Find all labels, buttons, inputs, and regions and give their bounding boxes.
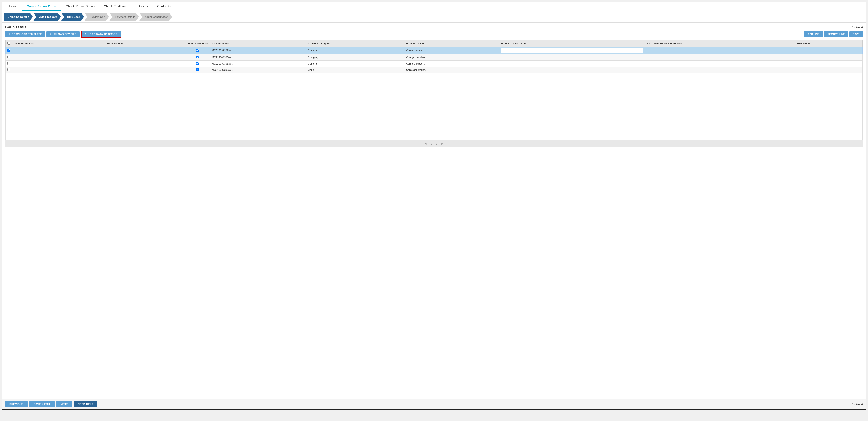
row-checkbox-cell[interactable] — [6, 47, 12, 54]
product-name-cell: MC9190-G30SW... — [210, 54, 306, 61]
remove-line-button[interactable]: REMOVE LINE — [824, 31, 848, 37]
first-page-button[interactable]: ⊲ — [424, 142, 428, 146]
problem-description-cell — [499, 67, 645, 73]
record-count-top: 1 - 4 of 4 — [852, 26, 863, 29]
error-notes-cell — [795, 61, 862, 67]
download-template-button[interactable]: 1. DOWNLOAD TEMPLATE — [5, 31, 45, 37]
row-checkbox-cell[interactable] — [6, 54, 12, 61]
last-page-button[interactable]: ⊳ — [440, 142, 444, 146]
nav-check-entitlement[interactable]: Check Entitlement — [99, 2, 134, 11]
col-serial-number: Serial Number — [105, 40, 185, 47]
no-serial-cell[interactable] — [185, 47, 210, 54]
problem-detail-cell: Camera image f... — [404, 47, 499, 54]
select-all-checkbox[interactable] — [7, 42, 10, 44]
wizard-step-review-cart[interactable]: Review Cart — [85, 13, 109, 21]
no-serial-cell[interactable] — [185, 54, 210, 61]
problem-category-cell: Cable — [306, 67, 404, 73]
pagination-bar: ⊲ ◂ ▸ ⊳ — [5, 140, 863, 147]
serial-number-cell — [105, 61, 185, 67]
col-load-status-flag: Load Status Flag — [12, 40, 105, 47]
table-row: MC9190-G30SW... Charging Charger not cha… — [6, 54, 863, 61]
record-count-bottom: 1 - 4 of 4 — [852, 402, 863, 406]
no-serial-checkbox[interactable] — [196, 62, 199, 65]
error-notes-cell — [795, 67, 862, 73]
problem-description-cell[interactable] — [499, 47, 645, 54]
save-button[interactable]: SAVE — [849, 31, 863, 37]
col-product-name: Product Name — [210, 40, 306, 47]
wizard-step-shipping-details[interactable]: Shipping Details — [4, 13, 33, 21]
row-checkbox-cell[interactable] — [6, 61, 12, 67]
problem-description-cell — [499, 54, 645, 61]
action-row: 1. DOWNLOAD TEMPLATE 2. UPLOAD CSV FILE … — [5, 31, 863, 38]
nav-create-repair-order[interactable]: Create Repair Order — [22, 2, 61, 11]
col-problem-detail: Problem Detail — [404, 40, 499, 47]
nav-contracts[interactable]: Contracts — [153, 2, 175, 11]
bulk-load-table: Load Status Flag Serial Number I don't h… — [5, 40, 863, 140]
nav-check-repair-status[interactable]: Check Repair Status — [61, 2, 99, 11]
serial-number-cell — [105, 54, 185, 61]
col-problem-description: Problem Description — [499, 40, 645, 47]
error-notes-cell — [795, 54, 862, 61]
row-checkbox-cell[interactable] — [6, 67, 12, 73]
page-title: BULK LOAD — [5, 25, 26, 29]
upload-csv-button[interactable]: 2. UPLOAD CSV FILE — [46, 31, 80, 37]
col-problem-category: Problem Category — [306, 40, 404, 47]
col-error-notes: Error Notes — [795, 40, 862, 47]
product-name-cell: MC9190-G30SW... — [210, 67, 306, 73]
select-all-header[interactable] — [6, 40, 12, 47]
problem-description-input[interactable] — [501, 48, 644, 53]
wizard-step-payment-details[interactable]: Payment Details — [110, 13, 139, 21]
next-page-button[interactable]: ▸ — [435, 142, 438, 146]
content-area: BULK LOAD 1 - 4 of 4 1. DOWNLOAD TEMPLAT… — [2, 23, 866, 398]
add-line-button[interactable]: ADD LINE — [804, 31, 823, 37]
problem-category-cell: Camera — [306, 61, 404, 67]
customer-ref-cell — [645, 61, 795, 67]
wizard-step-order-confirmation[interactable]: Order Confirmation — [139, 13, 172, 21]
no-serial-checkbox[interactable] — [196, 68, 199, 71]
top-nav: Home Create Repair Order Check Repair St… — [2, 2, 866, 11]
nav-home[interactable]: Home — [4, 2, 22, 11]
serial-number-cell — [105, 67, 185, 73]
customer-ref-cell — [645, 47, 795, 54]
error-notes-cell — [795, 47, 862, 54]
wizard-bar: Shipping Details Add Products Bulk Load … — [2, 11, 866, 23]
prev-page-button[interactable]: ◂ — [430, 142, 433, 146]
no-serial-cell[interactable] — [185, 67, 210, 73]
customer-ref-cell — [645, 54, 795, 61]
problem-detail-cell: Camera image f... — [404, 61, 499, 67]
need-help-button[interactable]: NEED HELP — [73, 401, 97, 408]
data-table-wrap: Load Status Flag Serial Number I don't h… — [5, 40, 863, 395]
product-name-cell: MC9190-G30SW... — [210, 61, 306, 67]
load-status-cell — [12, 54, 105, 61]
nav-assets[interactable]: Assets — [134, 2, 153, 11]
problem-detail-cell: Charger not char... — [404, 54, 499, 61]
row-checkbox[interactable] — [7, 56, 10, 59]
no-serial-checkbox[interactable] — [196, 56, 199, 59]
row-checkbox[interactable] — [7, 68, 10, 71]
row-checkbox[interactable] — [7, 62, 10, 65]
empty-space-row — [6, 73, 863, 140]
serial-number-cell — [105, 47, 185, 54]
wizard-step-bulk-load[interactable]: Bulk Load — [61, 13, 84, 21]
previous-button[interactable]: PREVIOUS — [5, 401, 28, 408]
col-no-serial: I don't have Serial — [185, 40, 210, 47]
problem-category-cell: Charging — [306, 54, 404, 61]
wizard-step-add-products[interactable]: Add Products — [33, 13, 61, 21]
table-row: MC9190-G30SW... Camera Camera image f... — [6, 47, 863, 54]
table-row: MC9190-G30SW... Cable Cable general pr..… — [6, 67, 863, 73]
bulk-header: BULK LOAD 1 - 4 of 4 — [5, 25, 863, 29]
load-data-button[interactable]: 3. LOAD DATA TO ORDER — [81, 31, 121, 38]
no-serial-cell[interactable] — [185, 61, 210, 67]
load-status-cell — [12, 61, 105, 67]
bottom-bar: PREVIOUS SAVE & EXIT NEXT NEED HELP 1 - … — [2, 398, 866, 410]
customer-ref-cell — [645, 67, 795, 73]
load-status-cell — [12, 47, 105, 54]
problem-description-cell — [499, 61, 645, 67]
col-customer-ref: Customer Reference Number — [645, 40, 795, 47]
product-name-cell: MC9190-G30SW... — [210, 47, 306, 54]
save-exit-button[interactable]: SAVE & EXIT — [29, 401, 55, 408]
next-button[interactable]: NEXT — [56, 401, 72, 408]
no-serial-checkbox[interactable] — [196, 49, 199, 52]
row-checkbox[interactable] — [7, 49, 10, 52]
load-status-cell — [12, 67, 105, 73]
